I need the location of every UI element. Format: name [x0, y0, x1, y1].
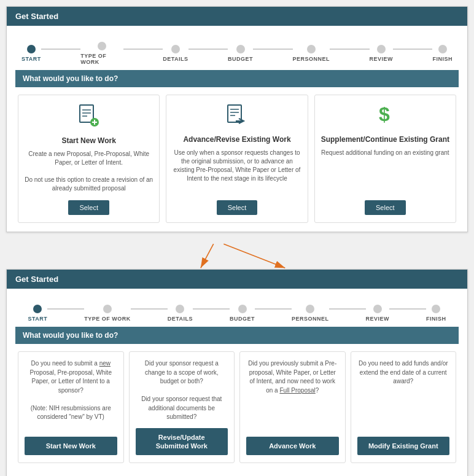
stepper-2: START TYPE OF WORK DETAILS BUDGET PERSON… [15, 297, 459, 327]
card-1-select-button[interactable]: Select [68, 200, 109, 215]
panel-2-title: Get Started [15, 275, 58, 284]
card-advance-revise: Advance/Revise Existing Work Use only wh… [166, 95, 308, 223]
panel-2: Get Started START TYPE OF WORK DETAILS B… [6, 269, 468, 476]
step2-line-1 [47, 308, 84, 310]
step-budget-label: BUDGET [228, 56, 253, 62]
step-start-label: START [21, 56, 41, 62]
step2-details-label: DETAILS [168, 316, 193, 322]
step-budget-circle [236, 45, 245, 53]
step2-line-2 [131, 308, 168, 310]
dollar-icon: $ [376, 104, 394, 130]
panel-1: Get Started START TYPE OF WORK DETAILS B… [6, 6, 468, 232]
step2-type: TYPE OF WORK [84, 305, 131, 322]
step-line-1 [41, 49, 80, 50]
card-2-title: Advance/Revise Existing Work [183, 135, 290, 144]
step-start-circle [27, 45, 36, 53]
step-details-circle [171, 45, 180, 53]
arrows-container [6, 241, 468, 272]
card-2-select-button[interactable]: Select [217, 200, 258, 215]
step2-budget-circle [238, 305, 247, 313]
card2-modify: Do you need to add funds and/or extend t… [351, 351, 457, 463]
step-review: REVIEW [370, 45, 394, 62]
step2-details-circle [176, 305, 184, 313]
step2-details: DETAILS [168, 305, 193, 322]
card-3-select-button[interactable]: Select [365, 200, 406, 215]
step-review-label: REVIEW [370, 56, 394, 62]
card-1-title: Start New Work [61, 136, 115, 145]
step-line-6 [393, 49, 432, 50]
step2-type-label: TYPE OF WORK [84, 316, 131, 322]
svg-line-15 [201, 244, 214, 268]
card-start-new-work: Start New Work Create a new Proposal, Pr… [18, 95, 160, 223]
step2-review-label: REVIEW [366, 316, 390, 322]
step-finish-circle [438, 45, 447, 53]
card2-revise: Did your sponsor request a change to a s… [129, 351, 235, 463]
step-personnel-label: PERSONNEL [293, 56, 330, 62]
step2-budget: BUDGET [230, 305, 255, 322]
section-title-1: What would you like to do? [15, 70, 459, 87]
step-start: START [21, 45, 41, 62]
step2-finish-circle [432, 305, 440, 313]
card-2-desc: Use only when a sponsor requests changes… [173, 149, 301, 193]
step2-line-5 [329, 308, 366, 310]
step2-start-label: START [28, 316, 47, 322]
cards-row-1: Start New Work Create a new Proposal, Pr… [15, 95, 459, 223]
card2-advance-desc: Did you previously submit a Pre-proposal… [246, 359, 339, 431]
step2-start-circle [33, 305, 42, 313]
advance-work-button[interactable]: Advance Work [246, 437, 339, 455]
card-3-desc: Request additional funding on an existin… [321, 149, 449, 193]
stepper-1: START TYPE OF WORK DETAILS BUDGET PERSON… [15, 34, 459, 70]
step2-personnel-circle [306, 305, 314, 313]
step2-line-3 [193, 308, 230, 310]
step-type: TYPE OF WORK [80, 42, 123, 65]
step-type-circle [98, 42, 106, 50]
card2-revise-desc: Did your sponsor request a change to a s… [136, 359, 228, 422]
start-new-work-button[interactable]: Start New Work [25, 437, 117, 455]
step-personnel: PERSONNEL [293, 45, 330, 62]
step2-finish-label: FINISH [426, 316, 446, 322]
step-finish-label: FINISH [432, 56, 453, 62]
revise-update-button[interactable]: Revise/UpdateSubmitted Work [136, 428, 228, 456]
step-personnel-circle [307, 45, 316, 53]
doc-arrow-icon [227, 104, 247, 130]
card-3-title: Supplement/Continue Existing Grant [321, 135, 449, 144]
step2-budget-label: BUDGET [230, 316, 255, 322]
svg-line-16 [223, 244, 285, 268]
step2-start: START [28, 305, 47, 322]
section-title-2: What would you like to do? [15, 327, 459, 344]
step2-line-4 [255, 308, 292, 310]
svg-text:$: $ [379, 104, 390, 125]
step2-personnel-label: PERSONNEL [292, 316, 329, 322]
card2-advance: Did you previously submit a Pre-proposal… [239, 351, 346, 463]
step-line-3 [188, 49, 228, 50]
card2-modify-desc: Do you need to add funds and/or extend t… [357, 359, 450, 431]
card2-start-desc: Do you need to submit a new Proposal, Pr… [25, 359, 117, 431]
panel-1-header: Get Started [7, 7, 467, 26]
step2-personnel: PERSONNEL [292, 305, 329, 322]
step-line-2 [123, 49, 163, 50]
card-supplement: $ Supplement/Continue Existing Grant Req… [314, 95, 456, 223]
step2-review: REVIEW [366, 305, 390, 322]
card2-start-new: Do you need to submit a new Proposal, Pr… [18, 351, 124, 463]
step-review-circle [377, 45, 386, 53]
doc-plus-icon [79, 104, 99, 131]
step2-review-circle [373, 305, 382, 313]
step-budget: BUDGET [228, 45, 253, 62]
step2-line-6 [389, 308, 426, 310]
step-type-label: TYPE OF WORK [80, 53, 123, 65]
step2-type-circle [103, 305, 112, 313]
svg-rect-7 [228, 105, 241, 122]
cards-row-2: Do you need to submit a new Proposal, Pr… [15, 351, 459, 468]
step-details: DETAILS [163, 45, 188, 62]
modify-existing-grant-button[interactable]: Modify Existing Grant [357, 437, 450, 455]
panel-1-title: Get Started [15, 12, 58, 21]
step2-finish: FINISH [426, 305, 446, 322]
panel-2-header: Get Started [7, 270, 467, 289]
step-line-5 [330, 49, 369, 50]
step-line-4 [253, 49, 292, 50]
arrows-svg [6, 241, 468, 272]
step-finish: FINISH [432, 45, 453, 62]
card-1-desc: Create a new Proposal, Pre-Proposal, Whi… [25, 150, 153, 193]
step-details-label: DETAILS [163, 56, 188, 62]
